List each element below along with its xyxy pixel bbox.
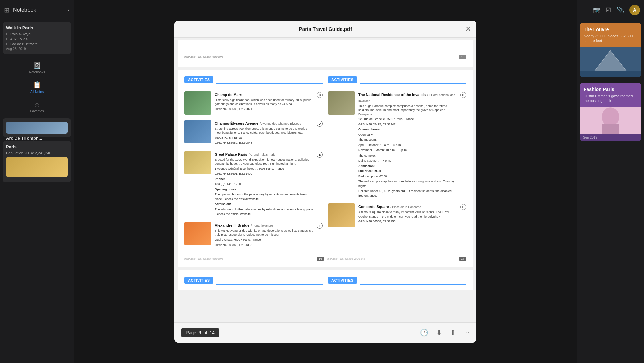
activity-reduced-invalides: Reduced price: €7.50 (358, 174, 458, 179)
camera-icon[interactable]: 📷 (593, 6, 600, 14)
activity-hours-label-invalides: Opening hours: (358, 127, 458, 132)
activity-badge-row-concorde: Concorde Square / Place de la Concorde A… (358, 203, 466, 224)
activity-thumb-champ (184, 91, 211, 115)
more-options-icon[interactable]: ··· (464, 328, 470, 337)
activity-info-concorde: Concorde Square / Place de la Concorde A… (358, 203, 466, 224)
paperclip-icon[interactable]: 📎 (616, 6, 624, 14)
footer-line-17 (367, 259, 458, 259)
activity-children-invalides: Children under 18, 18-25 years old EU-re… (358, 189, 458, 198)
pdf-page-15: tipannots · Tip, please you'll love 15 (178, 40, 473, 67)
activity-phone-label-palace: Phone: (215, 177, 315, 182)
svg-rect-5 (602, 124, 619, 134)
back-button[interactable]: ‹ (68, 7, 70, 13)
activity-badge-g: G (460, 92, 466, 98)
page-label: Page (186, 330, 196, 335)
sidebar-nav: 📓 Notebooks 📋 All Notes ☆ Favorites (0, 56, 74, 118)
download-icon[interactable]: ⬇ (436, 328, 442, 337)
activity-invalides: The National Residence of the Invalids /… (328, 91, 466, 198)
sidebar-item-favorites[interactable]: ☆ Favorites (3, 98, 71, 116)
activities-badge-bottom-right: ACTIVITIES (328, 277, 357, 284)
activity-desc-concorde: A famous square close to many important … (358, 210, 458, 219)
modal-bottom-bar: Page 9 of 14 🕐 ⬇ ⬆ ··· (174, 322, 476, 343)
right-header: 📷 ☑ 📎 A (577, 0, 644, 20)
sidebar-item-all-notes[interactable]: 📋 All Notes (3, 78, 71, 96)
activity-admission-palace: The admission to the palace varies by ex… (215, 207, 315, 217)
activities-line-bottom-left (216, 284, 323, 285)
activities-badge-left: ACTIVITIES (184, 76, 213, 83)
main-area: Paris Travel Guide.pdf ✕ tipannots · Tip… (74, 0, 577, 363)
activity-sub-champs: / Avenue des Champs-Elysées (260, 122, 301, 125)
modal-content[interactable]: tipannots · Tip, please you'll love 15 A… (174, 38, 476, 322)
activity-badge-e: E (317, 152, 323, 158)
sidebar-note-paris-pop[interactable]: Paris Population 2014: 2,241,246. (3, 141, 71, 182)
activity-addr-champs: 75008 Paris, France (215, 136, 315, 140)
page-total: 14 (210, 330, 214, 335)
activity-gps-champ: GPS: N48.85588, E2.29821 (215, 107, 315, 112)
page-num-badge-16: 16 (317, 257, 324, 261)
right-card-fashion-content: Fashion Paris Dustin Pittman's gaze roam… (580, 83, 641, 107)
page-footer-17: tipannots · Tip, please you'll love 17 (327, 257, 466, 261)
grid-icon: ⊞ (4, 6, 10, 14)
sidebar-note-arc[interactable]: Arc De Triomph... Aug 28, 2019 (3, 118, 71, 137)
activity-desc-champ: Historically significant park which was … (215, 98, 315, 106)
clock-icon[interactable]: 🕐 (420, 328, 428, 337)
svg-point-4 (602, 107, 619, 126)
favorites-label: Favorites (30, 109, 44, 113)
note-checklist-3: ☐ Bar de l'Entracte (6, 42, 68, 46)
activity-badge-d: D (317, 121, 323, 127)
activities-header-right: ACTIVITIES (328, 76, 466, 87)
activity-badge-h: H (460, 204, 466, 210)
activity-champs-elysees: Champs-Élysées Avenue / Avenue des Champ… (184, 120, 323, 145)
modal-header: Paris Travel Guide.pdf ✕ (174, 21, 476, 38)
right-card-louvre[interactable]: The Louvre Nearly 35,000 pieces 652,300 … (580, 23, 641, 77)
activities-badge-right: ACTIVITIES (328, 76, 357, 83)
activity-phone-palace: +33 (0)1 4413 1730 (215, 182, 315, 187)
activity-desc-champs: Stretching across two kilometres, this a… (215, 127, 315, 135)
activity-info-champ: Champ de Mars Historically significant p… (215, 91, 323, 112)
activity-museum-summer-invalides: April – October: 10 a.m. – 6 p.m. (358, 143, 458, 148)
modal-close-button[interactable]: ✕ (465, 25, 471, 33)
footer-logo-16: tipannots · Tip, please you'll love (184, 257, 223, 260)
right-card-fashion-title: Fashion Paris (584, 87, 637, 92)
footer-line-16 (224, 259, 315, 259)
page-footer-16: tipannots · Tip, please you'll love 16 (184, 257, 324, 261)
page-num-15: 15 (459, 55, 466, 59)
pdf-page-activities: ACTIVITIES Champ de Mars (178, 70, 473, 268)
footer-logo-17: tipannots · Tip, please you'll love (327, 257, 365, 260)
of-label: of (204, 330, 207, 335)
share-icon[interactable]: ⬆ (450, 328, 456, 337)
activities-section: ACTIVITIES Champ de Mars (184, 76, 466, 253)
activity-sub-palace: / Grand Palais Paris (249, 153, 275, 156)
activity-badge-row-invalides: The National Residence of the Invalids /… (358, 91, 466, 198)
activity-grand-palais: Great Palace Paris / Grand Palais Paris … (184, 151, 323, 217)
note-thumbnail-paris (6, 157, 68, 177)
avatar[interactable]: A (629, 5, 640, 15)
activity-info-palace: Great Palace Paris / Grand Palais Paris … (215, 151, 323, 217)
sidebar-note-walk-in-paris[interactable]: Walk In Paris ☐ Palais-Royal ☐ Aux Folie… (3, 22, 71, 54)
activity-thumb-invalides (328, 91, 355, 115)
activity-badge-row-bridge: Alexandre III Bridge / Pont Alexandre II… (215, 222, 323, 247)
right-card-louvre-image (580, 47, 641, 77)
svg-rect-2 (580, 71, 641, 77)
activity-full-price-invalides: Full price: €9.50 (358, 169, 458, 174)
page-footer-row: tipannots · Tip, please you'll love 16 t… (184, 257, 466, 261)
activities-section-bottom: ACTIVITIES ACTIVITIES (184, 277, 466, 292)
activities-bottom-right: ACTIVITIES (328, 277, 466, 292)
activity-desc-palace: Erected for the 1900 World Exposition, i… (215, 158, 315, 166)
activity-alexandre: Alexandre III Bridge / Pont Alexandre II… (184, 222, 323, 247)
note-title-paris: Paris (6, 144, 68, 149)
activities-header-bottom-right: ACTIVITIES (328, 277, 466, 288)
activity-hours-palace: The opening hours of the palace vary by … (215, 192, 315, 201)
right-card-louvre-text: Nearly 35,000 pieces 652,300 square feet (584, 34, 637, 43)
activity-complex-hours-invalides: Daily: 7:30 a.m. – 7 p.m. (358, 159, 458, 163)
checkmark-icon[interactable]: ☑ (606, 6, 611, 14)
activity-addr-palace: 1 Avenue Général Eisenhower, 75008 Paris… (215, 167, 315, 171)
note-pop-subtitle: Population 2014: 2,241,246. (6, 151, 68, 155)
activity-info-champs: Champs-Élysées Avenue / Avenue des Champ… (215, 120, 323, 145)
activities-line-right (360, 83, 466, 84)
sidebar-item-notebooks[interactable]: 📓 Notebooks (3, 59, 71, 77)
activity-name-invalides: The National Residence of the Invalids (358, 93, 426, 97)
notebooks-icon: 📓 (33, 61, 41, 69)
right-card-fashion[interactable]: Fashion Paris Dustin Pittman's gaze roam… (580, 83, 641, 142)
pdf-modal: Paris Travel Guide.pdf ✕ tipannots · Tip… (174, 21, 476, 343)
